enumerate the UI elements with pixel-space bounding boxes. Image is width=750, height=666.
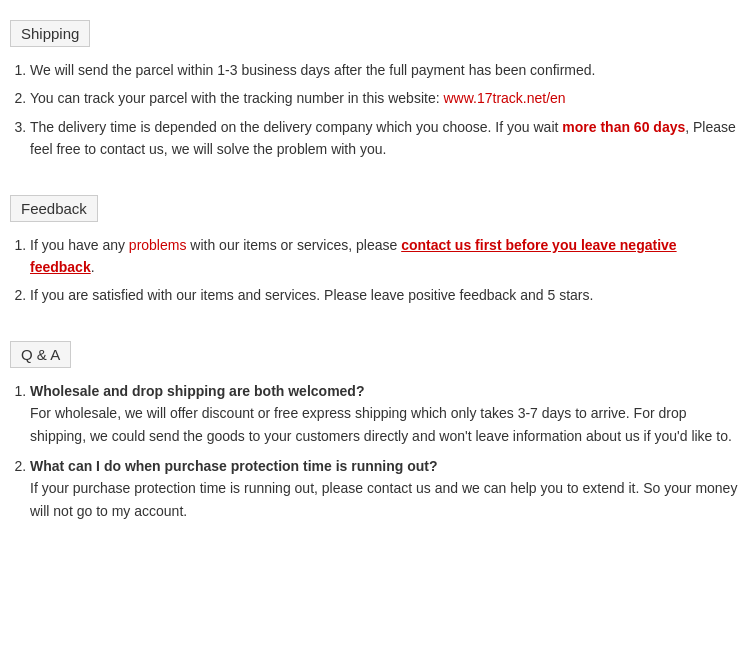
shipping-item-3: The delivery time is depended on the del… xyxy=(30,116,740,161)
feedback-header: Feedback xyxy=(10,195,98,222)
feedback-item-2-text: If you are satisfied with our items and … xyxy=(30,287,593,303)
qa-answer-1: For wholesale, we will offer discount or… xyxy=(30,405,732,443)
feedback-list: If you have any problems with our items … xyxy=(10,234,740,307)
feedback-item-1: If you have any problems with our items … xyxy=(30,234,740,279)
shipping-header: Shipping xyxy=(10,20,90,47)
qa-header-label: Q & A xyxy=(21,346,60,363)
tracking-link[interactable]: www.17track.net/en xyxy=(443,90,565,106)
feedback-item-1-text-before: If you have any xyxy=(30,237,129,253)
shipping-item-2: You can track your parcel with the track… xyxy=(30,87,740,109)
spacer-1 xyxy=(10,171,740,185)
shipping-header-label: Shipping xyxy=(21,25,79,42)
shipping-list: We will send the parcel within 1-3 busin… xyxy=(10,59,740,161)
qa-list: Wholesale and drop shipping are both wel… xyxy=(10,380,740,522)
qa-header: Q & A xyxy=(10,341,71,368)
qa-section: Q & A Wholesale and drop shipping are bo… xyxy=(10,331,740,522)
feedback-item-1-text-middle: with our items or services, please xyxy=(186,237,401,253)
shipping-item-3-text-before: The delivery time is depended on the del… xyxy=(30,119,562,135)
shipping-item-1: We will send the parcel within 1-3 busin… xyxy=(30,59,740,81)
feedback-header-label: Feedback xyxy=(21,200,87,217)
problems-word: problems xyxy=(129,237,187,253)
qa-item-1: Wholesale and drop shipping are both wel… xyxy=(30,380,740,447)
qa-answer-2: If your purchase protection time is runn… xyxy=(30,480,737,518)
shipping-item-2-text-before: You can track your parcel with the track… xyxy=(30,90,443,106)
qa-item-2: What can I do when purchase protection t… xyxy=(30,455,740,522)
spacer-2 xyxy=(10,317,740,331)
feedback-item-2: If you are satisfied with our items and … xyxy=(30,284,740,306)
shipping-item-1-text: We will send the parcel within 1-3 busin… xyxy=(30,62,595,78)
shipping-section: Shipping We will send the parcel within … xyxy=(10,10,740,161)
qa-question-2: What can I do when purchase protection t… xyxy=(30,458,438,474)
shipping-highlight: more than 60 days xyxy=(562,119,685,135)
qa-question-1: Wholesale and drop shipping are both wel… xyxy=(30,383,364,399)
feedback-item-1-text-after: . xyxy=(91,259,95,275)
feedback-section: Feedback If you have any problems with o… xyxy=(10,185,740,307)
